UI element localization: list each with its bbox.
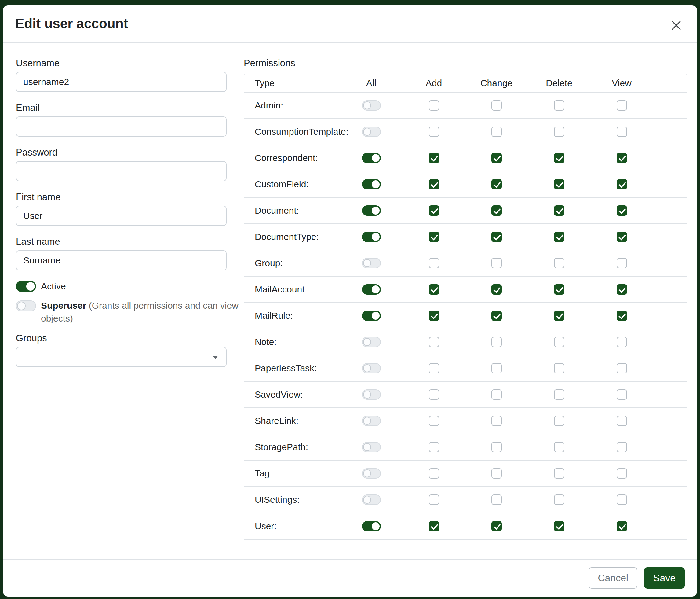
first-name-input[interactable]	[16, 206, 227, 226]
permission-change-checkbox[interactable]	[492, 258, 502, 268]
toggle-knob	[363, 338, 371, 346]
permission-change-checkbox[interactable]	[492, 284, 502, 295]
permission-all-toggle[interactable]	[362, 495, 381, 505]
permission-change-checkbox[interactable]	[492, 100, 502, 111]
permission-view-checkbox[interactable]	[617, 416, 627, 426]
permission-change-checkbox[interactable]	[492, 416, 502, 426]
permission-view-checkbox[interactable]	[617, 442, 627, 452]
permission-all-toggle[interactable]	[362, 100, 381, 111]
close-button[interactable]	[668, 17, 685, 34]
cancel-button[interactable]: Cancel	[589, 567, 638, 589]
permission-all-toggle[interactable]	[362, 442, 381, 452]
username-input[interactable]	[16, 72, 227, 92]
permission-view-checkbox[interactable]	[617, 126, 627, 137]
permission-delete-checkbox[interactable]	[554, 521, 565, 531]
password-field[interactable]	[16, 161, 227, 181]
permission-change-checkbox[interactable]	[492, 389, 502, 400]
permission-change-checkbox[interactable]	[492, 521, 502, 531]
permission-delete-checkbox[interactable]	[554, 179, 565, 190]
permission-type-label: MailRule:	[244, 311, 340, 321]
permission-all-toggle[interactable]	[362, 232, 381, 242]
permission-all-toggle[interactable]	[362, 153, 381, 163]
permissions-table-header: Type All Add Change Delete View	[244, 74, 686, 93]
permission-delete-checkbox[interactable]	[554, 284, 565, 295]
permission-view-checkbox[interactable]	[617, 389, 627, 400]
active-toggle[interactable]	[16, 281, 36, 292]
permission-view-checkbox[interactable]	[617, 337, 627, 347]
permission-change-checkbox[interactable]	[492, 179, 502, 190]
permission-all-toggle[interactable]	[362, 389, 381, 400]
permission-all-toggle[interactable]	[362, 337, 381, 347]
permission-add-checkbox[interactable]	[429, 337, 439, 347]
permission-change-checkbox[interactable]	[492, 363, 502, 374]
permission-view-checkbox[interactable]	[617, 311, 627, 321]
permission-add-checkbox[interactable]	[429, 521, 439, 531]
permission-change-checkbox[interactable]	[492, 442, 502, 452]
email-field[interactable]	[16, 116, 227, 137]
permission-delete-checkbox[interactable]	[554, 206, 565, 216]
chevron-down-icon	[212, 356, 218, 359]
save-button[interactable]: Save	[644, 567, 685, 589]
permission-all-toggle[interactable]	[362, 258, 381, 268]
permission-add-checkbox[interactable]	[429, 258, 439, 268]
permission-delete-checkbox[interactable]	[554, 311, 565, 321]
permission-view-checkbox[interactable]	[617, 284, 627, 295]
permission-delete-checkbox[interactable]	[554, 468, 565, 479]
permission-view-checkbox[interactable]	[617, 363, 627, 374]
permission-delete-checkbox[interactable]	[554, 232, 565, 242]
permission-all-toggle[interactable]	[362, 363, 381, 374]
permission-all-toggle[interactable]	[362, 284, 381, 295]
permission-change-checkbox[interactable]	[492, 468, 502, 479]
permission-view-checkbox[interactable]	[617, 100, 627, 111]
permission-add-checkbox[interactable]	[429, 153, 439, 163]
superuser-toggle[interactable]	[16, 301, 36, 311]
permission-delete-checkbox[interactable]	[554, 363, 565, 374]
permission-all-toggle[interactable]	[362, 206, 381, 216]
permission-add-checkbox[interactable]	[429, 468, 439, 479]
permission-change-checkbox[interactable]	[492, 126, 502, 137]
permission-view-checkbox[interactable]	[617, 179, 627, 190]
permission-delete-checkbox[interactable]	[554, 126, 565, 137]
permission-change-checkbox[interactable]	[492, 495, 502, 505]
permission-add-checkbox[interactable]	[429, 232, 439, 242]
permission-view-checkbox[interactable]	[617, 521, 627, 531]
permission-delete-checkbox[interactable]	[554, 416, 565, 426]
permission-all-toggle[interactable]	[362, 468, 381, 479]
permission-add-checkbox[interactable]	[429, 442, 439, 452]
permission-view-checkbox[interactable]	[617, 232, 627, 242]
permission-all-toggle[interactable]	[362, 179, 381, 190]
permission-change-checkbox[interactable]	[492, 232, 502, 242]
permission-delete-checkbox[interactable]	[554, 389, 565, 400]
permission-change-checkbox[interactable]	[492, 153, 502, 163]
permission-view-checkbox[interactable]	[617, 258, 627, 268]
permission-all-toggle[interactable]	[362, 311, 381, 321]
permission-add-checkbox[interactable]	[429, 126, 439, 137]
permission-add-checkbox[interactable]	[429, 363, 439, 374]
permission-view-checkbox[interactable]	[617, 495, 627, 505]
permission-add-checkbox[interactable]	[429, 179, 439, 190]
permission-add-checkbox[interactable]	[429, 311, 439, 321]
permission-add-checkbox[interactable]	[429, 100, 439, 111]
groups-select[interactable]	[16, 347, 227, 367]
permission-delete-checkbox[interactable]	[554, 337, 565, 347]
permission-delete-checkbox[interactable]	[554, 258, 565, 268]
permission-view-checkbox[interactable]	[617, 206, 627, 216]
permission-add-checkbox[interactable]	[429, 206, 439, 216]
permission-all-toggle[interactable]	[362, 416, 381, 426]
permission-all-toggle[interactable]	[362, 126, 381, 137]
permission-change-checkbox[interactable]	[492, 311, 502, 321]
permission-change-checkbox[interactable]	[492, 206, 502, 216]
permission-add-checkbox[interactable]	[429, 284, 439, 295]
permission-delete-checkbox[interactable]	[554, 100, 565, 111]
permission-view-checkbox[interactable]	[617, 153, 627, 163]
permission-change-checkbox[interactable]	[492, 337, 502, 347]
last-name-input[interactable]	[16, 250, 227, 270]
permission-add-checkbox[interactable]	[429, 495, 439, 505]
permission-view-checkbox[interactable]	[617, 468, 627, 479]
permission-delete-checkbox[interactable]	[554, 153, 565, 163]
permission-add-checkbox[interactable]	[429, 416, 439, 426]
permission-delete-checkbox[interactable]	[554, 495, 565, 505]
permission-delete-checkbox[interactable]	[554, 442, 565, 452]
permission-add-checkbox[interactable]	[429, 389, 439, 400]
permission-all-toggle[interactable]	[362, 521, 381, 531]
